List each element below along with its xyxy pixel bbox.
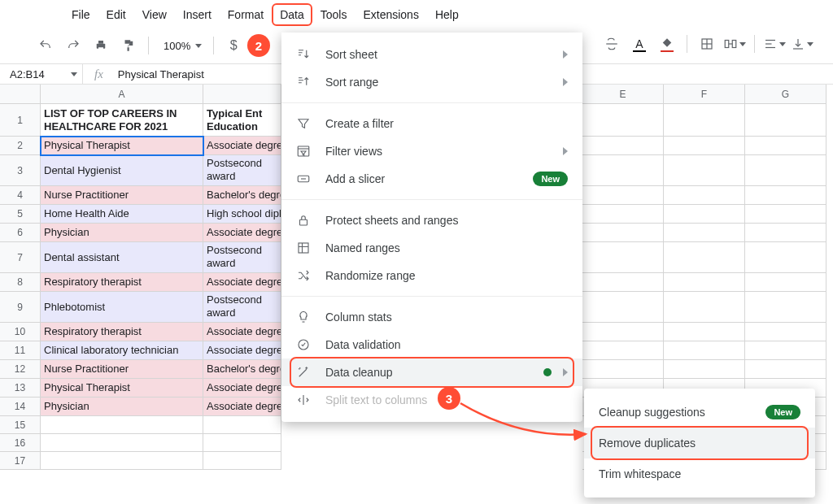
cell[interactable] xyxy=(664,341,745,360)
row-header[interactable]: 8 xyxy=(0,273,41,292)
menu-item-named-ranges[interactable]: Named ranges xyxy=(281,234,582,262)
currency-button[interactable]: $ xyxy=(222,34,245,57)
cell[interactable] xyxy=(582,273,664,292)
row-header[interactable]: 15 xyxy=(0,416,41,434)
col-header-F[interactable]: F xyxy=(664,85,745,104)
cell[interactable] xyxy=(664,242,745,273)
cell[interactable]: Physical Therapist xyxy=(41,137,203,155)
cell[interactable]: Associate degree xyxy=(203,137,281,155)
cell[interactable]: Nurse Practitioner xyxy=(41,186,203,205)
merge-button[interactable] xyxy=(723,33,746,55)
cell[interactable]: Home Health Aide xyxy=(41,205,203,224)
redo-button[interactable] xyxy=(62,34,85,57)
menu-file[interactable]: File xyxy=(63,3,98,26)
row-header[interactable]: 10 xyxy=(0,323,41,341)
submenu-item-remove-duplicates[interactable]: Remove duplicates xyxy=(584,428,815,458)
cell[interactable] xyxy=(41,452,203,470)
borders-button[interactable] xyxy=(696,33,718,55)
row-header[interactable]: 2 xyxy=(0,137,41,155)
cell[interactable] xyxy=(664,155,745,186)
cell[interactable] xyxy=(582,155,664,186)
row-header[interactable]: 9 xyxy=(0,292,41,323)
menu-item-column-stats[interactable]: Column stats xyxy=(281,303,582,331)
row-header[interactable]: 3 xyxy=(0,155,41,186)
cell[interactable]: Postsecondaward xyxy=(203,155,281,186)
cell[interactable] xyxy=(203,416,281,434)
undo-button[interactable] xyxy=(34,34,57,57)
cell[interactable] xyxy=(582,186,664,205)
cell[interactable] xyxy=(203,434,281,452)
cell[interactable] xyxy=(41,434,203,452)
row-header[interactable]: 17 xyxy=(0,452,41,470)
cell[interactable] xyxy=(745,323,826,341)
cell[interactable] xyxy=(745,155,826,186)
menu-view[interactable]: View xyxy=(134,3,175,26)
submenu-item-cleanup-suggestions[interactable]: Cleanup suggestionsNew xyxy=(584,397,815,428)
cell[interactable]: Associate degree xyxy=(203,323,281,341)
cell[interactable]: Associate degree xyxy=(203,224,281,242)
cell[interactable] xyxy=(582,242,664,273)
text-color-button[interactable]: A xyxy=(628,33,651,55)
zoom-select[interactable]: 100% xyxy=(157,40,205,52)
cell[interactable] xyxy=(664,360,745,379)
menu-item-protect-sheets-and-ranges[interactable]: Protect sheets and ranges xyxy=(281,206,582,234)
cell[interactable]: Dental Hygienist xyxy=(41,155,203,186)
col-header-E[interactable]: E xyxy=(582,85,664,104)
cell[interactable] xyxy=(582,224,664,242)
cell[interactable] xyxy=(745,242,826,273)
menu-item-add-a-slicer[interactable]: Add a slicerNew xyxy=(281,165,582,193)
menu-item-data-cleanup[interactable]: Data cleanup xyxy=(281,358,582,386)
cell[interactable] xyxy=(745,273,826,292)
col-header-A[interactable]: A xyxy=(41,85,203,104)
formula-value[interactable]: Physical Therapist xyxy=(115,68,207,80)
cell[interactable] xyxy=(582,205,664,224)
select-all-corner[interactable] xyxy=(0,85,41,104)
cell[interactable]: Dental assistant xyxy=(41,242,203,273)
row-header[interactable]: 7 xyxy=(0,242,41,273)
cell[interactable]: Physician xyxy=(41,398,203,416)
h-align-button[interactable] xyxy=(763,33,786,55)
cell[interactable] xyxy=(745,205,826,224)
cell[interactable] xyxy=(745,104,826,137)
row-header[interactable]: 11 xyxy=(0,341,41,360)
cell[interactable] xyxy=(664,323,745,341)
row-header[interactable]: 5 xyxy=(0,205,41,224)
cell[interactable] xyxy=(664,224,745,242)
cell[interactable]: Bachelor's degree xyxy=(203,360,281,379)
row-header[interactable]: 1 xyxy=(0,104,41,137)
menu-format[interactable]: Format xyxy=(220,3,272,26)
cell[interactable] xyxy=(582,137,664,155)
cell[interactable] xyxy=(203,452,281,470)
menu-item-create-a-filter[interactable]: Create a filter xyxy=(281,110,582,137)
v-align-button[interactable] xyxy=(791,33,813,55)
row-header[interactable]: 6 xyxy=(0,224,41,242)
fill-color-button[interactable] xyxy=(656,33,678,55)
col-header-G[interactable]: G xyxy=(745,85,826,104)
cell[interactable] xyxy=(582,323,664,341)
cell[interactable]: Physician xyxy=(41,224,203,242)
cell[interactable]: Nurse Practitioner xyxy=(41,360,203,379)
row-header[interactable]: 14 xyxy=(0,398,41,416)
cell[interactable]: Postsecondaward xyxy=(203,242,281,273)
menu-item-randomize-range[interactable]: Randomize range xyxy=(281,262,582,289)
cell[interactable] xyxy=(745,360,826,379)
submenu-item-trim-whitespace[interactable]: Trim whitespace xyxy=(584,458,815,489)
cell[interactable] xyxy=(664,186,745,205)
menu-tools[interactable]: Tools xyxy=(312,3,355,26)
col-header-B[interactable] xyxy=(203,85,281,104)
cell[interactable] xyxy=(745,292,826,323)
cell[interactable] xyxy=(582,360,664,379)
cell[interactable]: Respiratory therapist xyxy=(41,323,203,341)
cell[interactable] xyxy=(745,137,826,155)
menu-item-filter-views[interactable]: Filter views xyxy=(281,137,582,165)
cell[interactable] xyxy=(745,224,826,242)
cell[interactable]: Postsecondaward xyxy=(203,292,281,323)
menu-extensions[interactable]: Extensions xyxy=(355,3,426,26)
cell[interactable]: Associate degree xyxy=(203,341,281,360)
row-header[interactable]: 16 xyxy=(0,434,41,452)
cell[interactable]: LIST OF TOP CAREERS IN HEALTHCARE FOR 20… xyxy=(41,104,203,137)
cell[interactable] xyxy=(664,137,745,155)
name-box[interactable]: A2:B14 xyxy=(0,64,83,84)
menu-data[interactable]: Data xyxy=(272,3,312,26)
cell[interactable] xyxy=(41,416,203,434)
